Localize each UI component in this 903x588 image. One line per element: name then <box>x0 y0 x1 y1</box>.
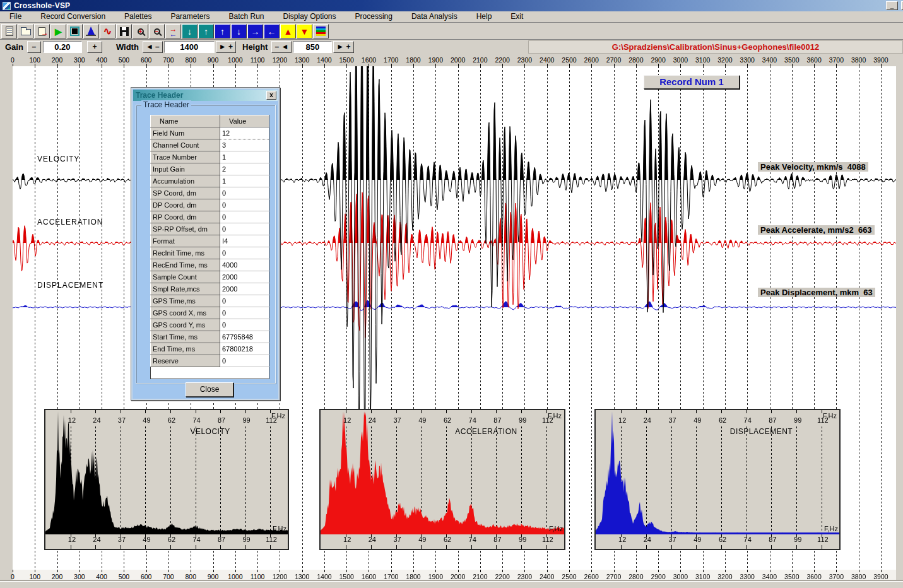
record-num-button[interactable]: Record Num 1 <box>644 75 740 89</box>
spectrum-title: DISPLACEMENT <box>730 427 793 436</box>
field-value-cell[interactable]: I4 <box>220 235 269 247</box>
menu-data-analysis[interactable]: Data Analysis <box>402 11 467 22</box>
field-value-cell[interactable]: 12 <box>220 127 269 139</box>
field-value-cell[interactable]: 4000 <box>220 259 269 271</box>
zoom-in-button[interactable] <box>133 24 148 38</box>
ruler-tick-label: 1000 <box>228 56 242 64</box>
field-value-cell[interactable]: 1 <box>220 151 269 163</box>
menu-display-options[interactable]: Display Options <box>274 11 346 22</box>
play-button[interactable]: ▶ <box>50 24 66 38</box>
height-value-field[interactable]: 850 <box>293 41 332 53</box>
menu-parameters[interactable]: Parameters <box>161 11 219 22</box>
ruler-tick-label: 3000 <box>673 56 688 64</box>
freq-tick-label: 49 <box>693 416 701 424</box>
menu-exit[interactable]: Exit <box>501 11 533 22</box>
dialog-title: Trace Header <box>133 91 183 100</box>
stop-button[interactable] <box>67 24 83 38</box>
freq-tick-label: 62 <box>168 536 175 543</box>
gain-minus-button[interactable]: – <box>27 41 41 53</box>
histogram-button[interactable] <box>83 24 99 38</box>
ruler-tick-label: 2100 <box>473 56 487 64</box>
amplitude-up-button[interactable]: ▲ <box>280 24 296 38</box>
ruler-tick-label: 1400 <box>317 573 331 580</box>
amplitude-down-button[interactable]: ▼ <box>297 24 312 38</box>
width-increase-button[interactable]: ► + <box>216 41 236 53</box>
dialog-title-bar[interactable]: Trace Header x <box>133 90 278 101</box>
ruler-tick-label: 500 <box>119 573 130 580</box>
field-value-cell[interactable]: 67795848 <box>220 331 269 343</box>
save-convert-button[interactable] <box>34 24 50 38</box>
freq-tick-label: 112 <box>817 536 829 543</box>
ruler-tick-label: 2400 <box>540 56 554 64</box>
shift-up-button[interactable]: ↑ <box>198 24 214 38</box>
field-value-cell[interactable]: 0 <box>220 307 269 319</box>
swap-traces-button[interactable] <box>165 24 181 38</box>
ruler-tick-label: 2100 <box>473 573 487 580</box>
menu-help[interactable]: Help <box>467 11 502 22</box>
move-right-button[interactable]: → <box>247 24 263 38</box>
field-value-cell[interactable]: 2000 <box>220 283 269 295</box>
ruler-tick-label: 2600 <box>584 56 599 64</box>
ruler-tick-label: 0 <box>11 56 15 64</box>
menu-record-conversion[interactable]: Record Conversion <box>31 11 115 22</box>
ruler-tick-label: 2900 <box>651 573 665 580</box>
freq-tick-label: 49 <box>143 536 150 543</box>
ruler-tick-label: 500 <box>119 56 130 64</box>
height-decrease-button[interactable]: – ◄ <box>271 41 292 53</box>
field-value-cell[interactable]: 0 <box>220 295 269 307</box>
width-value-field[interactable]: 1400 <box>164 41 215 53</box>
move-down-button[interactable]: ↓ <box>231 24 247 38</box>
shift-down-button[interactable]: ↓ <box>182 24 198 38</box>
menu-file[interactable]: File <box>0 11 31 22</box>
displacement-trace-label: DISPLACEMENT <box>37 281 103 290</box>
ruler-tick-label: 2400 <box>540 573 554 580</box>
freq-tick-label: 49 <box>143 416 150 424</box>
save-button[interactable] <box>116 24 132 38</box>
ruler-tick-label: 3300 <box>740 56 755 64</box>
width-decrease-button[interactable]: ◄ – <box>143 41 163 53</box>
ruler-tick-label: 1800 <box>406 573 420 580</box>
field-value-cell[interactable]: 67800218 <box>220 343 269 355</box>
gain-value-field[interactable]: 0.20 <box>43 41 82 53</box>
ruler-tick-label: 2000 <box>451 573 465 580</box>
menu-palettes[interactable]: Palettes <box>115 11 161 22</box>
freq-tick-label: 112 <box>542 416 553 424</box>
freq-tick-label: 12 <box>68 416 76 424</box>
open-folder-button[interactable] <box>18 24 33 38</box>
waveform-button[interactable]: ∿ <box>100 24 115 38</box>
new-record-button[interactable] <box>1 24 17 38</box>
dialog-close-icon[interactable]: x <box>266 91 276 100</box>
ruler-tick-label: 2600 <box>584 573 599 580</box>
play-icon: ▶ <box>55 27 62 36</box>
menu-batch-run[interactable]: Batch Run <box>219 11 273 22</box>
ruler-tick-label: 800 <box>185 573 196 580</box>
field-value-cell[interactable]: 2000 <box>220 271 269 283</box>
field-value-cell[interactable]: 3 <box>220 139 269 151</box>
palette-button[interactable] <box>313 24 329 38</box>
field-value-cell[interactable]: 0 <box>220 223 269 235</box>
field-value-cell[interactable]: 0 <box>220 355 269 367</box>
field-value-cell[interactable]: 2 <box>220 163 269 175</box>
height-increase-button[interactable]: ► + <box>333 41 353 53</box>
minimize-button[interactable]: _ <box>886 1 898 10</box>
move-up-button[interactable]: ↑ <box>215 24 230 38</box>
ruler-tick-label: 2800 <box>629 56 643 64</box>
close-button[interactable]: Close <box>186 382 233 397</box>
field-value-cell[interactable]: 0 <box>220 319 269 331</box>
field-name-cell: SP Coord, dm <box>151 187 220 199</box>
zoom-in-icon <box>138 28 144 35</box>
field-value-cell[interactable]: 1 <box>220 175 269 187</box>
move-left-button[interactable]: ← <box>264 24 280 38</box>
ruler-tick-label: 3200 <box>717 573 732 580</box>
field-value-cell[interactable]: 0 <box>220 199 269 211</box>
zoom-out-button[interactable] <box>149 24 165 38</box>
field-value-cell[interactable]: 0 <box>220 247 269 259</box>
gain-plus-button[interactable]: + <box>87 41 102 53</box>
field-value-cell[interactable]: 0 <box>220 187 269 199</box>
ruler-tick-label: 200 <box>52 573 63 580</box>
ruler-tick-label: 3700 <box>829 56 844 64</box>
table-row: DP Coord, dm0 <box>151 199 269 211</box>
menu-processing[interactable]: Processing <box>346 11 402 22</box>
table-row: SP Coord, dm0 <box>151 187 269 199</box>
field-value-cell[interactable]: 0 <box>220 211 269 223</box>
